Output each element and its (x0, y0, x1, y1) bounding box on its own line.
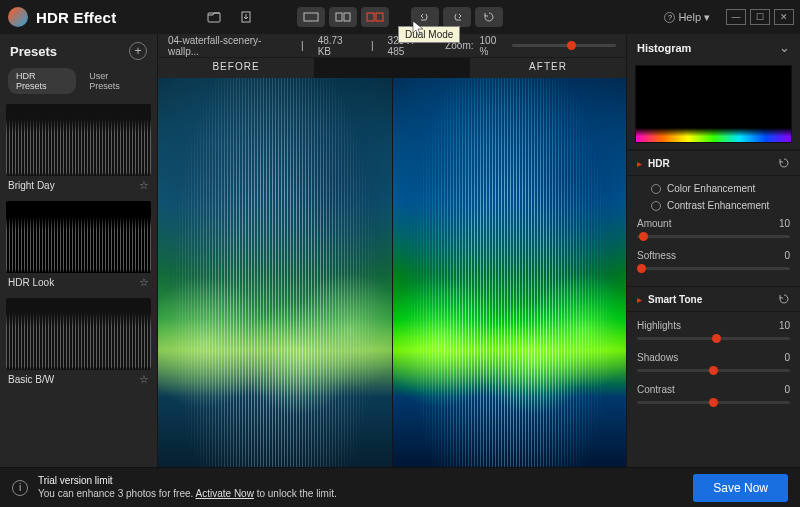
reset-smarttone-button[interactable] (778, 293, 790, 305)
highlights-value: 10 (779, 320, 790, 331)
softness-value: 0 (784, 250, 790, 261)
histogram-header[interactable]: Histogram ⌄ (627, 34, 800, 61)
trial-text-a: You can enhance 3 photos for free. (38, 488, 196, 499)
app-title: HDR Effect (36, 9, 116, 26)
before-label: BEFORE (158, 58, 314, 78)
radio-contrast-enhancement[interactable]: Contrast Enhancement (637, 197, 790, 214)
add-preset-button[interactable]: + (129, 42, 147, 60)
preset-thumbnail (6, 104, 151, 176)
file-size: 48.73 KB (318, 35, 357, 57)
reset-hdr-button[interactable] (778, 157, 790, 169)
softness-slider[interactable] (637, 267, 790, 270)
tab-hdr-presets[interactable]: HDR Presets (8, 68, 76, 94)
window-minimize-button[interactable]: — (726, 9, 746, 25)
app-logo (8, 7, 28, 27)
open-file-button[interactable] (200, 7, 228, 27)
view-dual-button[interactable] (361, 7, 389, 27)
footer-bar: i Trial version limit You can enhance 3 … (0, 467, 800, 507)
presets-title: Presets (10, 44, 57, 59)
title-bar: HDR Effect (0, 0, 800, 34)
activate-link[interactable]: Activate Now (196, 488, 254, 499)
svg-rect-3 (336, 13, 342, 21)
smarttone-section-header[interactable]: ▸ Smart Tone (627, 286, 800, 312)
info-icon: i (12, 480, 28, 496)
reset-button[interactable] (475, 7, 503, 27)
radio-color-enhancement[interactable]: Color Enhancement (637, 180, 790, 197)
after-label: AFTER (470, 58, 626, 78)
chevron-down-icon: ⌄ (779, 40, 790, 55)
hdr-section-header[interactable]: ▸ HDR (627, 150, 800, 176)
trial-text-b: to unlock the limit. (254, 488, 337, 499)
highlights-label: Highlights (637, 320, 681, 331)
view-split-button[interactable] (329, 7, 357, 27)
contrast-value: 0 (784, 384, 790, 395)
shadows-label: Shadows (637, 352, 678, 363)
zoom-slider[interactable] (512, 44, 616, 47)
amount-value: 10 (779, 218, 790, 229)
window-maximize-button[interactable]: ☐ (750, 9, 770, 25)
expand-icon: ▸ (637, 158, 642, 169)
preset-label: Bright Day (8, 180, 55, 191)
chevron-down-icon: ▾ (704, 11, 710, 24)
save-file-button[interactable] (232, 7, 260, 27)
svg-rect-6 (376, 13, 383, 21)
amount-slider[interactable] (637, 235, 790, 238)
window-close-button[interactable]: ✕ (774, 9, 794, 25)
before-pane[interactable] (158, 78, 392, 467)
preset-thumbnail (6, 201, 151, 273)
main-area: 04-waterfall-scenery-wallp... | 48.73 KB… (158, 34, 626, 467)
zoom-value: 100 % (480, 35, 507, 57)
favorite-icon[interactable]: ☆ (139, 373, 149, 386)
shadows-value: 0 (784, 352, 790, 363)
svg-rect-0 (208, 13, 220, 22)
after-pane[interactable] (393, 78, 627, 467)
preset-label: Basic B/W (8, 374, 54, 385)
presets-sidebar: Presets + HDR Presets User Presets Brigh… (0, 34, 158, 467)
view-single-button[interactable] (297, 7, 325, 27)
help-icon: ? (664, 12, 675, 23)
shadows-slider[interactable] (637, 369, 790, 372)
redo-button[interactable] (443, 7, 471, 27)
histogram-display (635, 65, 792, 143)
preset-item[interactable]: Bright Day☆ (6, 104, 151, 197)
tab-user-presets[interactable]: User Presets (81, 68, 149, 94)
amount-label: Amount (637, 218, 671, 229)
tooltip-dual-mode: Dual Mode (398, 26, 460, 43)
svg-rect-4 (344, 13, 350, 21)
softness-label: Softness (637, 250, 676, 261)
svg-rect-5 (367, 13, 374, 21)
expand-icon: ▸ (637, 294, 642, 305)
undo-button[interactable] (411, 7, 439, 27)
preset-thumbnail (6, 298, 151, 370)
preset-item[interactable]: Basic B/W☆ (6, 298, 151, 391)
highlights-slider[interactable] (637, 337, 790, 340)
preset-item[interactable]: HDR Look☆ (6, 201, 151, 294)
preset-label: HDR Look (8, 277, 54, 288)
trial-title: Trial version limit (38, 475, 337, 488)
help-menu[interactable]: ? Help ▾ (664, 11, 710, 24)
contrast-slider[interactable] (637, 401, 790, 404)
favorite-icon[interactable]: ☆ (139, 179, 149, 192)
favorite-icon[interactable]: ☆ (139, 276, 149, 289)
save-now-button[interactable]: Save Now (693, 474, 788, 502)
svg-rect-2 (304, 13, 318, 21)
adjustments-panel: Histogram ⌄ ▸ HDR Color Enhancement Cont… (626, 34, 800, 467)
contrast-label: Contrast (637, 384, 675, 395)
file-name: 04-waterfall-scenery-wallp... (168, 35, 287, 57)
